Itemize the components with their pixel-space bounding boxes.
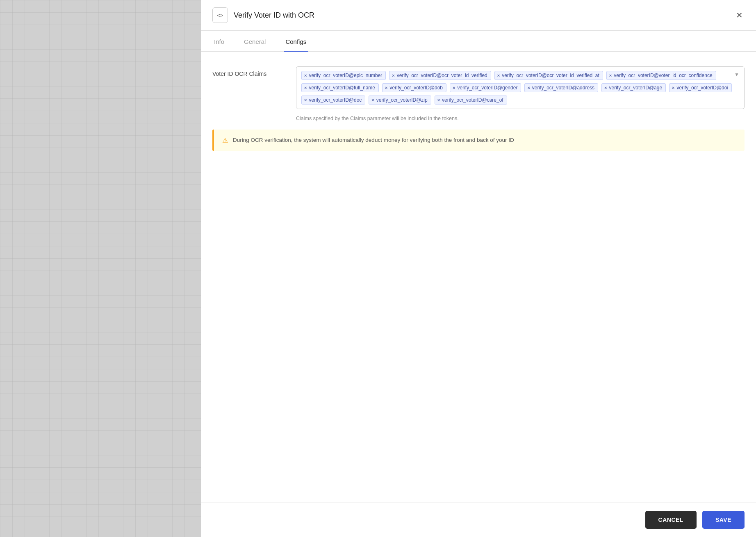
tag-remove-2[interactable]: × xyxy=(497,73,500,78)
help-text: Claims specified by the Claims parameter… xyxy=(296,116,745,121)
save-button[interactable]: SAVE xyxy=(702,511,745,529)
tag-label-0: verify_ocr_voterID@epic_number xyxy=(309,73,382,78)
tag-3: × verify_ocr_voterID@voter_id_ocr_confid… xyxy=(606,71,716,80)
warning-box: ⚠ During OCR verification, the system wi… xyxy=(212,130,745,151)
tag-label-9: verify_ocr_voterID@doi xyxy=(677,85,729,91)
tag-remove-7[interactable]: × xyxy=(527,86,530,90)
tag-4: × verify_ocr_voterID@full_name xyxy=(301,83,379,92)
warning-text: During OCR verification, the system will… xyxy=(233,136,514,144)
close-button[interactable]: ✕ xyxy=(734,9,745,22)
tab-info[interactable]: Info xyxy=(212,31,226,52)
tag-label-5: verify_ocr_voterID@dob xyxy=(389,85,443,91)
tag-10: × verify_ocr_voterID@doc xyxy=(301,96,365,105)
tag-label-6: verify_ocr_voterID@gender xyxy=(457,85,517,91)
side-panel: <> Verify Voter ID with OCR ✕ Info Gener… xyxy=(201,0,756,537)
tag-label-12: verify_ocr_voterID@care_of xyxy=(442,97,503,103)
tab-general[interactable]: General xyxy=(242,31,267,52)
tab-configs[interactable]: Configs xyxy=(284,31,308,52)
tag-0: × verify_ocr_voterID@epic_number xyxy=(301,71,386,80)
tag-remove-4[interactable]: × xyxy=(304,86,307,90)
cancel-button[interactable]: CANCEL xyxy=(645,511,697,529)
tag-remove-12[interactable]: × xyxy=(437,98,440,102)
tags-container[interactable]: ▼ × verify_ocr_voterID@epic_number × ver… xyxy=(296,66,745,109)
panel-footer: CANCEL SAVE xyxy=(201,502,756,537)
code-icon-button[interactable]: <> xyxy=(212,7,228,23)
tag-7: × verify_ocr_voterID@address xyxy=(524,83,598,92)
canvas-background xyxy=(0,0,201,537)
panel-title: Verify Voter ID with OCR xyxy=(234,11,729,20)
tag-remove-3[interactable]: × xyxy=(609,73,612,78)
tag-6: × verify_ocr_voterID@gender xyxy=(450,83,521,92)
tag-label-3: verify_ocr_voterID@voter_id_ocr_confiden… xyxy=(614,73,712,78)
tag-remove-9[interactable]: × xyxy=(672,86,674,90)
tag-label-1: verify_ocr_voterID@ocr_voter_id_verified xyxy=(397,73,487,78)
tag-remove-6[interactable]: × xyxy=(453,86,455,90)
tag-11: × verify_ocr_voterID@zip xyxy=(369,96,431,105)
panel-content: Voter ID OCR Claims ▼ × verify_ocr_voter… xyxy=(201,52,756,502)
tag-label-8: verify_ocr_voterID@age xyxy=(609,85,663,91)
tag-label-10: verify_ocr_voterID@doc xyxy=(309,97,362,103)
panel-header: <> Verify Voter ID with OCR ✕ xyxy=(201,0,756,31)
code-icon: <> xyxy=(217,12,223,18)
form-row-claims: Voter ID OCR Claims ▼ × verify_ocr_voter… xyxy=(212,66,745,109)
tag-label-4: verify_ocr_voterID@full_name xyxy=(309,85,375,91)
tag-label-11: verify_ocr_voterID@zip xyxy=(376,97,428,103)
field-label: Voter ID OCR Claims xyxy=(212,66,286,77)
tag-5: × verify_ocr_voterID@dob xyxy=(382,83,446,92)
warning-icon: ⚠ xyxy=(222,137,228,144)
tag-12: × verify_ocr_voterID@care_of xyxy=(435,96,507,105)
tag-remove-11[interactable]: × xyxy=(371,98,374,102)
tag-remove-5[interactable]: × xyxy=(385,86,387,90)
close-icon: ✕ xyxy=(736,10,743,20)
tag-remove-8[interactable]: × xyxy=(604,86,607,90)
tag-1: × verify_ocr_voterID@ocr_voter_id_verifi… xyxy=(389,71,491,80)
dropdown-arrow-icon[interactable]: ▼ xyxy=(734,72,739,77)
tag-remove-0[interactable]: × xyxy=(304,73,307,78)
tag-2: × verify_ocr_voterID@ocr_voter_id_verifi… xyxy=(494,71,603,80)
tag-label-2: verify_ocr_voterID@ocr_voter_id_verified… xyxy=(502,73,599,78)
tag-8: × verify_ocr_voterID@age xyxy=(601,83,666,92)
tag-9: × verify_ocr_voterID@doi xyxy=(669,83,732,92)
tabs-bar: Info General Configs xyxy=(201,31,756,52)
tag-label-7: verify_ocr_voterID@address xyxy=(532,85,594,91)
tag-remove-10[interactable]: × xyxy=(304,98,307,102)
tag-remove-1[interactable]: × xyxy=(392,73,394,78)
